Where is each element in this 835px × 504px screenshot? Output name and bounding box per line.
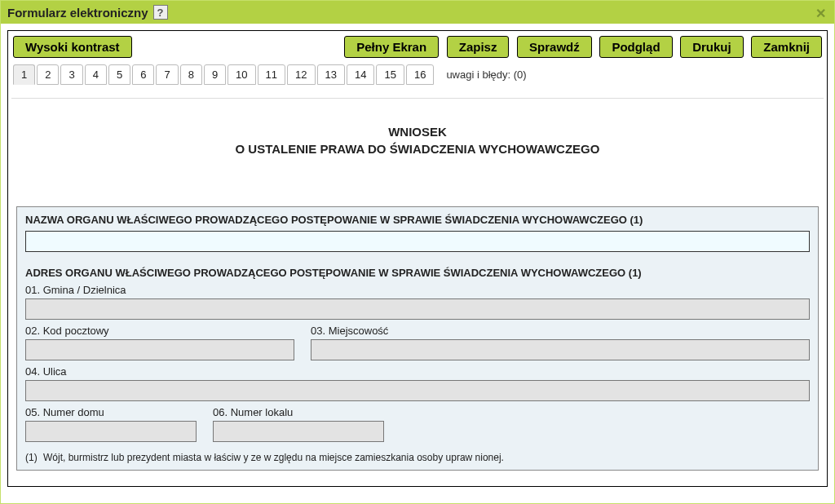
field-ulica-input[interactable] [25,380,810,401]
page-tab-5[interactable]: 5 [108,64,130,85]
page-tab-12[interactable]: 12 [287,64,315,85]
main-panel: Wysoki kontrast Pełny Ekran Zapisz Spraw… [7,30,828,487]
page-tab-10[interactable]: 10 [228,64,255,85]
footnote: (1) Wójt, burmistrz lub prezydent miasta… [17,447,818,470]
page-tab-2[interactable]: 2 [37,64,59,85]
page-tab-8[interactable]: 8 [180,64,202,85]
print-button[interactable]: Drukuj [680,36,744,58]
errors-label[interactable]: uwagi i błędy: (0) [440,65,532,84]
contrast-button[interactable]: Wysoki kontrast [13,36,132,58]
close-icon[interactable]: ✕ [815,6,826,21]
page-tab-9[interactable]: 9 [204,64,226,85]
document-title: WNIOSEK O USTALENIE PRAWA DO ŚWIADCZENIA… [11,123,824,157]
page-tab-16[interactable]: 16 [406,64,434,85]
page-tab-11[interactable]: 11 [258,64,285,85]
preview-button[interactable]: Podgląd [599,36,672,58]
title-line-2: O USTALENIE PRAWA DO ŚWIADCZENIA WYCHOWA… [11,140,824,157]
titlebar: Formularz elektroniczny ? ✕ [1,1,834,24]
title-line-1: WNIOSEK [11,123,824,140]
field-gmina-label: 01. Gmina / Dzielnica [25,284,810,296]
app-window: Formularz elektroniczny ? ✕ Wysoki kontr… [0,0,835,504]
field-kod-label: 02. Kod pocztowy [25,325,294,337]
footnote-num: (1) [25,452,38,463]
check-button[interactable]: Sprawdź [517,36,592,58]
field-nrdomu-input[interactable] [25,421,197,442]
field-ulica-label: 04. Ulica [25,365,810,378]
fullscreen-button[interactable]: Pełny Ekran [344,36,439,58]
page-tab-6[interactable]: 6 [132,64,154,85]
page-tab-4[interactable]: 4 [85,64,107,85]
page-tab-15[interactable]: 15 [376,64,404,85]
page-tab-3[interactable]: 3 [60,64,82,85]
field-miejscowosc-label: 03. Miejscowość [311,325,810,337]
footnote-text: Wójt, burmistrz lub prezydent miasta w ł… [43,452,504,463]
field-kod-input[interactable] [25,339,294,360]
field-gmina-input[interactable] [25,298,810,320]
field-nrdomu-label: 05. Numer domu [25,406,197,418]
toolbar-right: Pełny Ekran Zapisz Sprawdź Podgląd Druku… [344,36,822,58]
form-box: NAZWA ORGANU WŁAŚCIWEGO PROWADZĄCEGO POS… [16,206,819,471]
close-button[interactable]: Zamknij [751,36,822,58]
field-miejscowosc-input[interactable] [311,339,810,360]
document-scroll[interactable]: WNIOSEK O USTALENIE PRAWA DO ŚWIADCZENIA… [11,98,824,483]
document-content: WNIOSEK O USTALENIE PRAWA DO ŚWIADCZENIA… [11,99,824,483]
field-nrlokalu-input[interactable] [213,421,384,442]
organ-name-input[interactable] [25,231,810,252]
section-organ-address-label: ADRES ORGANU WŁAŚCIWEGO PROWADZĄCEGO POS… [17,260,818,284]
field-nrlokalu-label: 06. Numer lokalu [213,406,384,418]
save-button[interactable]: Zapisz [447,36,510,58]
window-title: Formularz elektroniczny [7,6,148,20]
page-tab-14[interactable]: 14 [347,64,374,85]
help-icon[interactable]: ? [153,5,168,20]
section-organ-name-label: NAZWA ORGANU WŁAŚCIWEGO PROWADZĄCEGO POS… [17,207,818,231]
page-tab-13[interactable]: 13 [317,64,345,85]
toolbar: Wysoki kontrast Pełny Ekran Zapisz Spraw… [8,31,827,61]
page-tabs: 12345678910111213141516 uwagi i błędy: (… [8,64,827,86]
page-tab-7[interactable]: 7 [156,64,178,85]
page-tab-1[interactable]: 1 [13,64,35,85]
